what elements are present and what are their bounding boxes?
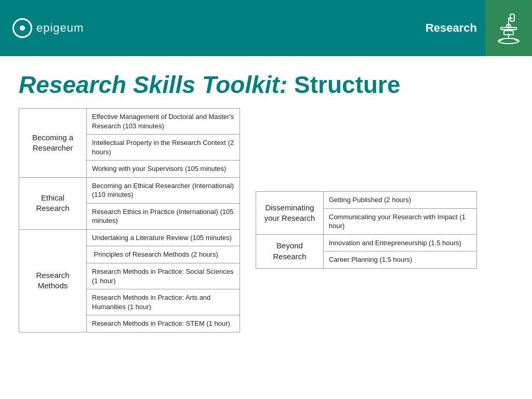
logo-circle bbox=[12, 18, 32, 38]
module-cell: Undertaking a Literature Review (105 min… bbox=[87, 229, 240, 246]
header-research-label: Research bbox=[425, 21, 485, 35]
module-cell: Research Methods in Practice: Social Sci… bbox=[87, 263, 240, 289]
right-table: Disseminatingyour Research Getting Publi… bbox=[256, 191, 477, 332]
category-beyond: BeyondResearch bbox=[256, 234, 324, 268]
module-cell: Research Methods in Practice: Arts and H… bbox=[87, 289, 240, 315]
title-italic: Research Skills Toolkit: bbox=[19, 71, 287, 98]
module-cell: Intellectual Property in the Research Co… bbox=[87, 135, 240, 161]
microscope-icon bbox=[495, 9, 523, 47]
table-row: Disseminatingyour Research Getting Publi… bbox=[256, 192, 477, 209]
table-row: Becoming aResearcher Effective Managemen… bbox=[19, 109, 240, 135]
category-disseminating: Disseminatingyour Research bbox=[256, 192, 324, 235]
category-becoming: Becoming aResearcher bbox=[19, 109, 87, 178]
left-table: Becoming aResearcher Effective Managemen… bbox=[19, 108, 240, 332]
page-title: Research Skills Toolkit: Structure bbox=[0, 56, 532, 108]
main-content: Becoming aResearcher Effective Managemen… bbox=[0, 108, 532, 332]
logo: epigeum bbox=[12, 18, 84, 38]
module-cell: Career Planning (1.5 hours) bbox=[324, 251, 477, 269]
module-cell: Innovation and Entrepreneurship (1.5 hou… bbox=[324, 234, 477, 251]
right-structure-table: Disseminatingyour Research Getting Publi… bbox=[256, 191, 477, 269]
module-cell: Communicating your Research with Impact … bbox=[324, 208, 477, 234]
category-methods: ResearchMethods bbox=[19, 229, 87, 332]
module-cell: Effective Management of Doctoral and Mas… bbox=[87, 109, 240, 135]
category-ethical: EthicalResearch bbox=[19, 177, 87, 229]
table-row: EthicalResearch Becoming an Ethical Rese… bbox=[19, 177, 240, 203]
title-normal: Structure bbox=[287, 71, 400, 98]
header-right: Research bbox=[425, 0, 532, 56]
module-cell: Working with your Supervisors (105 minut… bbox=[87, 161, 240, 178]
header-icon-box bbox=[485, 0, 532, 56]
table-row: ResearchMethods Undertaking a Literature… bbox=[19, 229, 240, 246]
module-cell: Becoming an Ethical Researcher (Internat… bbox=[87, 177, 240, 203]
svg-point-0 bbox=[498, 38, 519, 44]
module-cell: Research Ethics in Practice (Internation… bbox=[87, 203, 240, 229]
module-cell: Getting Published (2 hours) bbox=[324, 192, 477, 209]
logo-text: epigeum bbox=[36, 21, 84, 35]
left-structure-table: Becoming aResearcher Effective Managemen… bbox=[19, 108, 240, 332]
module-cell: Research Methods in Practice: STEM (1 ho… bbox=[87, 315, 240, 332]
module-cell: Principles of Research Methods (2 hours) bbox=[87, 246, 240, 263]
header: epigeum Research bbox=[0, 0, 532, 56]
table-row: BeyondResearch Innovation and Entreprene… bbox=[256, 234, 477, 251]
